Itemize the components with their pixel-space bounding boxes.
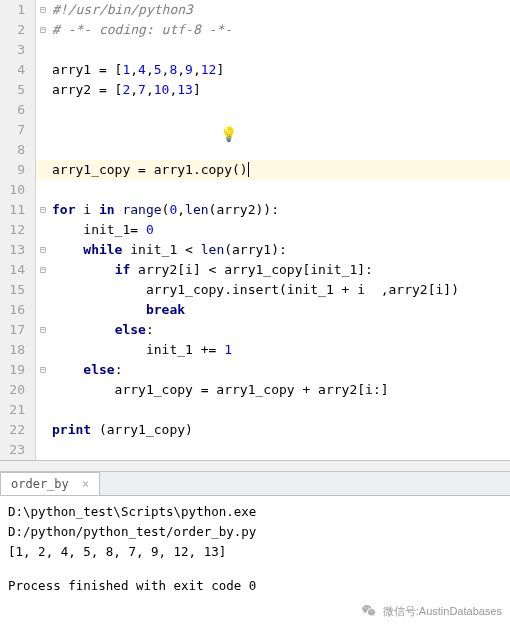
line-number[interactable]: 23: [0, 440, 36, 460]
console-tabbar: order_by ×: [0, 472, 510, 496]
code-content[interactable]: # -*- coding: utf-8 -*-: [50, 20, 510, 40]
code-line[interactable]: 7: [0, 120, 510, 140]
line-number[interactable]: 11: [0, 200, 36, 220]
fold-icon[interactable]: ⊟: [36, 200, 50, 220]
code-line[interactable]: 5arry2 = [2,7,10,13]: [0, 80, 510, 100]
line-number[interactable]: 9: [0, 160, 36, 180]
fold-icon[interactable]: ⊟: [36, 20, 50, 40]
line-number[interactable]: 19: [0, 360, 36, 380]
line-number[interactable]: 5: [0, 80, 36, 100]
line-number[interactable]: 16: [0, 300, 36, 320]
code-content[interactable]: while init_1 < len(arry1):: [50, 240, 510, 260]
code-line[interactable]: 4arry1 = [1,4,5,8,9,12]: [0, 60, 510, 80]
code-content[interactable]: arry1_copy.insert(init_1 + i ,arry2[i]): [50, 280, 510, 300]
line-number[interactable]: 14: [0, 260, 36, 280]
line-number[interactable]: 6: [0, 100, 36, 120]
code-line[interactable]: 15 arry1_copy.insert(init_1 + i ,arry2[i…: [0, 280, 510, 300]
fold-icon[interactable]: ⊟: [36, 360, 50, 380]
code-line[interactable]: 22print (arry1_copy): [0, 420, 510, 440]
code-line[interactable]: 21: [0, 400, 510, 420]
line-number[interactable]: 17: [0, 320, 36, 340]
line-number[interactable]: 1: [0, 0, 36, 20]
line-number[interactable]: 13: [0, 240, 36, 260]
fold-icon[interactable]: ⊟: [36, 0, 50, 20]
pane-divider[interactable]: [0, 460, 510, 472]
console-tab[interactable]: order_by ×: [0, 472, 100, 495]
code-content[interactable]: print (arry1_copy): [50, 420, 510, 440]
line-number[interactable]: 8: [0, 140, 36, 160]
code-content[interactable]: arry2 = [2,7,10,13]: [50, 80, 510, 100]
code-line[interactable]: 20 arry1_copy = arry1_copy + arry2[i:]: [0, 380, 510, 400]
code-content[interactable]: arry1_copy = arry1_copy + arry2[i:]: [50, 380, 510, 400]
code-line[interactable]: 8💡: [0, 140, 510, 160]
line-number[interactable]: 20: [0, 380, 36, 400]
code-line[interactable]: 19⊟ else:: [0, 360, 510, 380]
code-content[interactable]: init_1= 0: [50, 220, 510, 240]
code-content[interactable]: break: [50, 300, 510, 320]
code-line[interactable]: 13⊟ while init_1 < len(arry1):: [0, 240, 510, 260]
console-exit: Process finished with exit code 0: [8, 576, 502, 596]
code-content[interactable]: #!/usr/bin/python3: [50, 0, 510, 20]
code-line[interactable]: 17⊟ else:: [0, 320, 510, 340]
console-output[interactable]: D:\python_test\Scripts\python.exe D:/pyt…: [0, 496, 510, 602]
tab-label: order_by: [11, 477, 69, 491]
code-line[interactable]: 16 break: [0, 300, 510, 320]
line-number[interactable]: 18: [0, 340, 36, 360]
code-line[interactable]: 3: [0, 40, 510, 60]
code-content[interactable]: else:: [50, 320, 510, 340]
intention-bulb-icon[interactable]: 💡: [220, 124, 237, 144]
code-line[interactable]: 6: [0, 100, 510, 120]
line-number[interactable]: 3: [0, 40, 36, 60]
code-line[interactable]: 9arry1_copy = arry1.copy(): [0, 160, 510, 180]
fold-icon[interactable]: ⊟: [36, 260, 50, 280]
code-line[interactable]: 18 init_1 += 1: [0, 340, 510, 360]
code-content[interactable]: for i in range(0,len(arry2)):: [50, 200, 510, 220]
line-number[interactable]: 7: [0, 120, 36, 140]
line-number[interactable]: 10: [0, 180, 36, 200]
console-stdout: [1, 2, 4, 5, 8, 7, 9, 12, 13]: [8, 542, 502, 562]
line-number[interactable]: 21: [0, 400, 36, 420]
code-editor[interactable]: 1⊟#!/usr/bin/python32⊟# -*- coding: utf-…: [0, 0, 510, 460]
fold-icon[interactable]: ⊟: [36, 240, 50, 260]
code-content[interactable]: if arry2[i] < arry1_copy[init_1]:: [50, 260, 510, 280]
close-icon[interactable]: ×: [82, 477, 89, 491]
line-number[interactable]: 12: [0, 220, 36, 240]
code-content[interactable]: arry1_copy = arry1.copy(): [50, 160, 510, 180]
line-number[interactable]: 15: [0, 280, 36, 300]
line-number[interactable]: 22: [0, 420, 36, 440]
code-line[interactable]: 11⊟for i in range(0,len(arry2)):: [0, 200, 510, 220]
console-command: D:\python_test\Scripts\python.exe D:/pyt…: [8, 502, 502, 542]
fold-icon[interactable]: ⊟: [36, 320, 50, 340]
code-line[interactable]: 14⊟ if arry2[i] < arry1_copy[init_1]:: [0, 260, 510, 280]
code-line[interactable]: 2⊟# -*- coding: utf-8 -*-: [0, 20, 510, 40]
code-content[interactable]: else:: [50, 360, 510, 380]
code-line[interactable]: 12 init_1= 0: [0, 220, 510, 240]
code-line[interactable]: 10: [0, 180, 510, 200]
code-content[interactable]: arry1 = [1,4,5,8,9,12]: [50, 60, 510, 80]
code-line[interactable]: 23: [0, 440, 510, 460]
code-content[interactable]: init_1 += 1: [50, 340, 510, 360]
line-number[interactable]: 2: [0, 20, 36, 40]
code-line[interactable]: 1⊟#!/usr/bin/python3: [0, 0, 510, 20]
line-number[interactable]: 4: [0, 60, 36, 80]
